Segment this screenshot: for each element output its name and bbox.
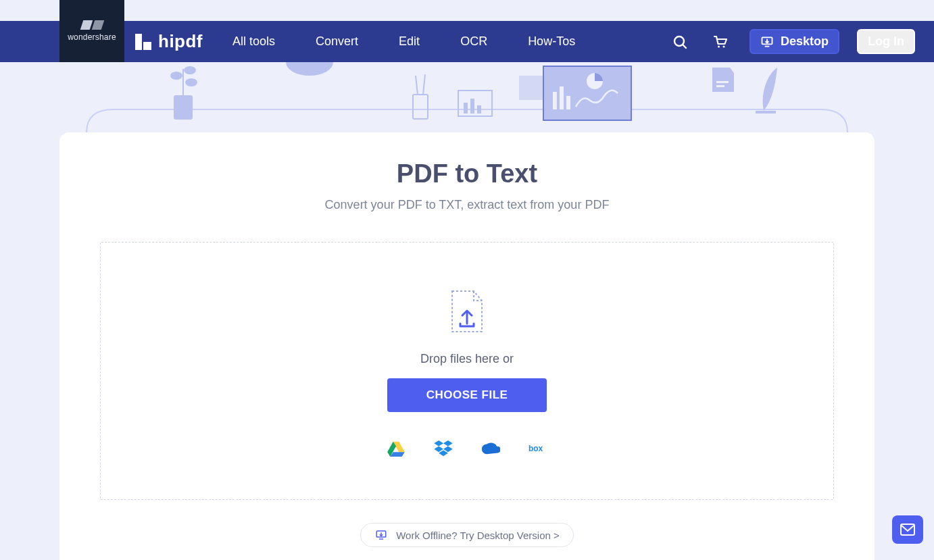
nav-item-ocr[interactable]: OCR xyxy=(460,34,487,49)
hero-decoration xyxy=(59,62,875,132)
product-brand[interactable]: hipdf xyxy=(135,31,203,52)
wondershare-badge[interactable]: wondershare xyxy=(59,0,124,62)
onedrive-icon[interactable] xyxy=(481,440,500,457)
download-desktop-icon xyxy=(760,35,774,49)
top-gap xyxy=(0,0,934,21)
desktop-button-label: Desktop xyxy=(781,34,829,49)
main-navbar: hipdf All tools Convert Edit OCR How-Tos… xyxy=(0,21,934,62)
wondershare-logo-icon xyxy=(82,20,103,30)
product-name: hipdf xyxy=(158,31,203,52)
svg-rect-24 xyxy=(560,86,564,109)
nav-item-convert[interactable]: Convert xyxy=(316,34,358,49)
svg-point-11 xyxy=(186,79,197,86)
svg-point-2 xyxy=(718,45,720,47)
svg-line-1 xyxy=(683,45,686,48)
svg-rect-18 xyxy=(470,99,474,113)
svg-rect-23 xyxy=(553,92,557,109)
svg-line-15 xyxy=(423,74,425,95)
svg-marker-33 xyxy=(434,440,443,447)
nav-links: All tools Convert Edit OCR How-Tos xyxy=(232,34,575,49)
svg-rect-16 xyxy=(458,91,492,116)
svg-point-3 xyxy=(723,45,725,47)
svg-rect-26 xyxy=(716,81,729,83)
offline-label: Work Offline? Try Desktop Version > xyxy=(396,530,560,541)
svg-rect-17 xyxy=(464,103,468,113)
login-button[interactable]: Log In xyxy=(857,29,915,54)
cart-icon[interactable] xyxy=(709,30,732,53)
page-title: PDF to Text xyxy=(100,159,834,188)
box-icon[interactable]: box xyxy=(529,440,547,457)
svg-rect-7 xyxy=(174,96,192,119)
drop-text: Drop files here or xyxy=(420,352,514,366)
upload-file-icon xyxy=(448,290,486,334)
svg-rect-25 xyxy=(566,96,570,109)
login-button-label: Log In xyxy=(868,34,904,48)
svg-point-9 xyxy=(171,72,182,79)
work-offline-pill[interactable]: Work Offline? Try Desktop Version > xyxy=(360,523,574,547)
svg-rect-28 xyxy=(756,111,776,113)
svg-text:box: box xyxy=(529,444,543,453)
svg-marker-34 xyxy=(443,440,453,447)
svg-rect-13 xyxy=(413,95,428,119)
svg-line-14 xyxy=(416,76,418,95)
search-icon[interactable] xyxy=(668,30,691,53)
mail-icon xyxy=(900,523,916,536)
nav-item-howtos[interactable]: How-Tos xyxy=(528,34,575,49)
hipdf-logo-icon xyxy=(135,34,151,50)
cloud-sources: box xyxy=(387,440,547,457)
download-desktop-small-icon xyxy=(374,529,388,541)
svg-point-10 xyxy=(185,67,195,74)
dropbox-icon[interactable] xyxy=(434,440,453,457)
page-subtitle: Convert your PDF to TXT, extract text fr… xyxy=(100,198,834,212)
svg-rect-42 xyxy=(901,524,914,535)
nav-item-all-tools[interactable]: All tools xyxy=(232,34,275,49)
google-drive-icon[interactable] xyxy=(387,440,405,457)
main-card: PDF to Text Convert your PDF to TXT, ext… xyxy=(59,132,875,560)
choose-file-label: CHOOSE FILE xyxy=(426,388,508,401)
nav-item-edit[interactable]: Edit xyxy=(399,34,420,49)
choose-file-button[interactable]: CHOOSE FILE xyxy=(387,378,547,412)
wondershare-label: wondershare xyxy=(68,32,116,42)
contact-mail-fab[interactable] xyxy=(892,515,923,544)
svg-rect-27 xyxy=(716,85,724,87)
desktop-button[interactable]: Desktop xyxy=(749,29,839,54)
svg-rect-19 xyxy=(477,105,481,113)
file-dropzone[interactable]: Drop files here or CHOOSE FILE box xyxy=(100,242,834,500)
